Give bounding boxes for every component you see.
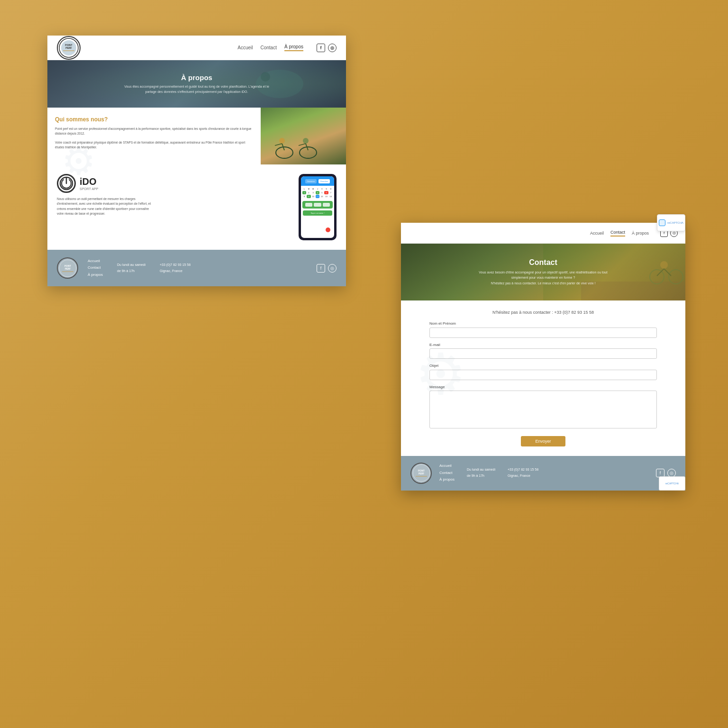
contact-footer-links: Accueil Contact À propos (439, 463, 455, 483)
phone-tab-2: Données (318, 179, 330, 183)
nav-links: Accueil Contact À propos f ◎ (237, 44, 337, 52)
phone-green-bar (302, 201, 333, 209)
svg-text:POINT: POINT (418, 470, 425, 472)
contact-form-area: ⚙ N'hésitez pas à nous contacter : +33 (… (401, 300, 685, 456)
phone-btn-area: Super semaine ! (303, 210, 332, 216)
cal-cell-14: 14 (329, 195, 333, 198)
contact-nav-contact[interactable]: Contact (610, 230, 625, 237)
cal-day-m1: M (307, 187, 310, 191)
label-message: Message (429, 385, 657, 389)
nav-link-contact[interactable]: Contact (261, 45, 277, 50)
recaptcha-text: reCAPTCHA (667, 221, 683, 224)
contact-hero-section: Contact Vous avez besoin d'être accompag… (401, 244, 685, 300)
input-email[interactable] (429, 348, 657, 359)
svg-text:POINT: POINT (64, 265, 71, 267)
footer-link-contact[interactable]: Contact (88, 264, 103, 271)
footer-location: Gignac, France (160, 268, 191, 274)
svg-point-6 (261, 72, 270, 82)
page2-contact: reCAPTCHA Accueil Contact À propos f ◎ C… (401, 223, 685, 491)
qui-image (261, 108, 346, 164)
svg-point-9 (279, 138, 285, 144)
input-name[interactable] (429, 328, 657, 338)
contact-footer-hours-value: de 9h à 17h (467, 473, 495, 479)
cal-cell-2: 2 (307, 191, 310, 194)
label-email: E-mail (429, 343, 657, 347)
recaptcha-corner-badge: reCAPTCHA (659, 476, 685, 491)
contact-hero-line3: N'hésitez pas à nous contacter. Le mieux… (491, 281, 596, 286)
cal-cell-8: 8 (302, 195, 306, 198)
cal-day-s: S (324, 187, 328, 191)
cal-cell-7: 7 (329, 191, 333, 194)
nav-logo[interactable]: POINT PERF (57, 36, 81, 60)
footer-hours: Du lundi au samedi de 9h à 17h (117, 262, 146, 274)
phone-submit-btn: Super semaine ! (303, 210, 332, 216)
svg-text:PERF: PERF (64, 268, 70, 270)
ido-desc: Nous utilisons un outil permettant de me… (57, 197, 152, 217)
qui-text: Qui sommes nous? Point perf est un servi… (47, 108, 261, 164)
contact-footer-section: POINT PERF Accueil Contact À propos Du l… (401, 456, 685, 491)
cal-cell-5: 5 (320, 191, 324, 194)
footer-hours-label: Du lundi au samedi (117, 262, 146, 268)
contact-hero-line2: simplement pour vous maintenir en forme … (511, 275, 575, 280)
footer-contact-info: +33 (0)7 82 93 15 58 Gignac, France (160, 262, 191, 274)
hero-title: À propos (181, 73, 212, 82)
contact-footer-logo: POINT PERF (410, 463, 432, 484)
nav-bar: POINT PERF Accueil Contact À propos f ◎ (47, 36, 346, 60)
footer-logo: POINT PERF (57, 257, 78, 279)
recaptcha-badge-top: reCAPTCHA (657, 214, 685, 231)
cal-cell-12: 12 (320, 195, 324, 198)
contact-footer-phone-number: +33 (0)7 82 93 15 58 (508, 467, 538, 473)
form-group-subject: Objet (429, 364, 657, 380)
cal-cell-4: 4 (316, 191, 319, 194)
footer-link-accueil[interactable]: Accueil (88, 258, 103, 264)
contact-nav-apropos[interactable]: À propos (632, 231, 649, 236)
contact-footer-link-apropos[interactable]: À propos (439, 476, 455, 483)
contact-form: Nom et Prénom E-mail Objet Message Envoy… (429, 321, 657, 446)
form-group-email: E-mail (429, 343, 657, 359)
contact-footer-location: Gignac, France (508, 473, 538, 479)
contact-hero-title: Contact (529, 258, 557, 267)
submit-button[interactable]: Envoyer (521, 436, 565, 446)
nav-link-accueil[interactable]: Accueil (237, 45, 253, 50)
hero-subtitle: Vous êtes accompagné personnellement et … (121, 84, 273, 94)
cal-day-v: V (320, 187, 324, 191)
input-message[interactable] (429, 391, 657, 428)
svg-rect-20 (581, 282, 685, 300)
phone-screen: Semaine Données L M M J V S D 1 2 3 4 5 … (301, 176, 334, 238)
recaptcha-corner-text: reCAPTCHA (665, 482, 679, 485)
form-btn-area: Envoyer (429, 436, 657, 446)
phone-header: Semaine Données (301, 176, 334, 186)
contact-nav-accueil[interactable]: Accueil (590, 231, 604, 236)
facebook-icon[interactable]: f (317, 44, 325, 52)
contact-footer-link-accueil[interactable]: Accueil (439, 463, 455, 469)
form-group-message: Message (429, 385, 657, 430)
recaptcha-check (659, 219, 665, 226)
ido-power-icon (57, 174, 76, 193)
footer-instagram-icon[interactable]: ◎ (328, 264, 337, 273)
svg-point-23 (660, 261, 668, 269)
svg-line-11 (275, 144, 282, 146)
footer-hours-value: de 9h à 17h (117, 268, 146, 274)
footer-link-apropos[interactable]: À propos (88, 272, 103, 278)
svg-text:PERF: PERF (65, 46, 72, 49)
contact-footer-link-contact[interactable]: Contact (439, 470, 455, 476)
ido-phone-mockup: Semaine Données L M M J V S D 1 2 3 4 5 … (299, 174, 337, 240)
label-name: Nom et Prénom (429, 321, 657, 326)
nav-link-apropos[interactable]: À propos (284, 44, 303, 51)
contact-footer-hours: Du lundi au samedi de 9h à 17h (467, 467, 495, 479)
phone-tab-1: Semaine (305, 179, 317, 183)
svg-point-8 (300, 147, 317, 158)
cal-cell-1: 1 (302, 191, 306, 194)
qui-body2: Votre coach est préparateur physique dip… (55, 140, 253, 150)
contact-nav-bar: Accueil Contact À propos f ◎ (401, 223, 685, 244)
contact-hero-line1: Vous avez besoin d'être accompagné pour … (479, 270, 607, 275)
qui-title: Qui sommes nous? (55, 116, 253, 123)
cal-cell-13: 13 (324, 195, 328, 198)
cal-day-l: L (302, 187, 306, 191)
contact-footer-contact-info: +33 (0)7 82 93 15 58 Gignac, France (508, 467, 538, 479)
footer-facebook-icon[interactable]: f (317, 264, 325, 273)
cal-cell-10: 10 (311, 195, 315, 198)
instagram-icon[interactable]: ◎ (328, 44, 337, 52)
ido-title: iDO (80, 176, 98, 187)
input-subject[interactable] (429, 370, 657, 380)
